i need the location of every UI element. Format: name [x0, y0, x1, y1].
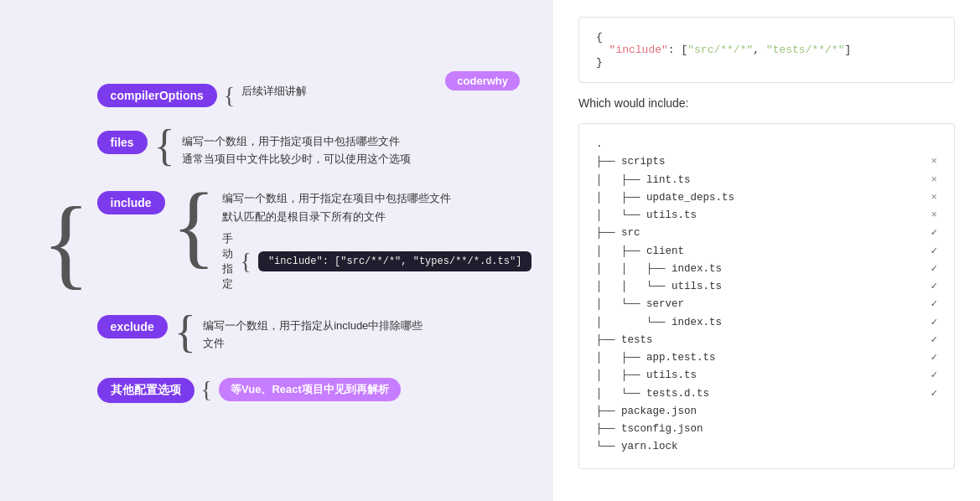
exclude-pill: exclude — [97, 315, 168, 338]
tree-line-text: └── yarn.lock — [596, 438, 678, 456]
tree-line: . — [596, 136, 937, 153]
tree-line: │ └── index.ts✓ — [596, 314, 937, 332]
which-text: Which would include: — [578, 96, 955, 110]
exclude-row: exclude { 编写一个数组，用于指定从include中排除哪些 文件 — [97, 315, 532, 354]
tree-line-text: │ └── utils.ts — [596, 207, 697, 225]
include-manual-brace: { — [240, 250, 251, 273]
left-panel: coderwhy { compilerOptions { 后续详细讲解 file… — [0, 0, 553, 501]
other-brace: { — [201, 378, 212, 401]
tree-line-mark: ✓ — [931, 385, 937, 403]
include-key: "include" — [609, 44, 668, 56]
tree-line: ├── scripts× — [596, 153, 937, 171]
tree-line-text: ├── tsconfig.json — [596, 421, 703, 438]
tree-line-mark: ✓ — [931, 278, 937, 296]
tree-line-text: ├── src — [596, 225, 640, 242]
tree-line-text: │ └── index.ts — [596, 314, 722, 332]
other-row: 其他配置选项 { 等Vue、React项目中见到再解析 — [97, 378, 532, 403]
tree-line: │ ├── app.test.ts✓ — [596, 349, 937, 367]
tree-line: │ │ ├── index.ts✓ — [596, 261, 937, 278]
tree-line: ├── package.json — [596, 403, 937, 421]
exclude-desc1: 编写一个数组，用于指定从include中排除哪些 — [203, 318, 423, 333]
files-desc2: 通常当项目中文件比较少时，可以使用这个选项 — [182, 152, 411, 167]
tree-line: │ └── utils.ts× — [596, 207, 937, 225]
tree-line-text: │ ├── update_deps.ts — [596, 189, 734, 207]
tree-line-text: ├── tests — [596, 332, 653, 349]
include-row: include { 编写一个数组，用于指定在项目中包括哪些文件 默认匹配的是根目… — [97, 191, 532, 292]
coderwhy-badge: coderwhy — [445, 71, 520, 90]
exclude-content: 编写一个数组，用于指定从include中排除哪些 文件 — [203, 315, 423, 351]
exclude-brace: { — [174, 308, 196, 354]
tree-line: │ │ └── utils.ts✓ — [596, 278, 937, 296]
tree-line-mark: ✓ — [931, 332, 937, 349]
files-row: files { 编写一个数组，用于指定项目中包括哪些文件 通常当项目中文件比较少… — [97, 131, 532, 168]
compiler-brace: { — [224, 84, 235, 107]
include-content: 编写一个数组，用于指定在项目中包括哪些文件 默认匹配的是根目录下所有的文件 手动… — [222, 191, 531, 292]
tree-line: ├── src✓ — [596, 225, 937, 242]
tree-line: │ └── tests.d.ts✓ — [596, 385, 937, 403]
tree-line-text: │ ├── utils.ts — [596, 367, 697, 385]
tree-line-text: │ └── server — [596, 296, 684, 313]
include-manual-label: 手动指定 — [222, 231, 233, 292]
tree-line-text: . — [596, 136, 603, 153]
tree-line-mark: ✓ — [931, 296, 937, 313]
tree-line-mark: × — [931, 153, 937, 171]
files-desc1: 编写一个数组，用于指定项目中包括哪些文件 — [182, 134, 411, 149]
right-panel: { "include": ["src/**/*", "tests/**/*"] … — [553, 0, 980, 501]
include-code: "include": ["src/**/*", "types/**/*.d.ts… — [258, 251, 531, 271]
tree-line-text: ├── scripts — [596, 153, 666, 171]
files-pill: files — [97, 131, 148, 154]
tree-line-text: │ │ ├── index.ts — [596, 261, 722, 278]
tree-line: │ ├── update_deps.ts× — [596, 189, 937, 207]
tree-line-mark: ✓ — [931, 225, 937, 242]
tree-line: │ ├── lint.ts× — [596, 172, 937, 189]
tree-line-mark: ✓ — [931, 349, 937, 367]
tests-val: "tests/**/*" — [766, 44, 845, 56]
tree-line-mark: × — [931, 207, 937, 225]
file-tree: .├── scripts×│ ├── lint.ts×│ ├── update_… — [578, 123, 955, 469]
tree-line: └── yarn.lock — [596, 438, 937, 456]
tree-line-text: │ ├── lint.ts — [596, 172, 691, 189]
include-desc2: 默认匹配的是根目录下所有的文件 — [222, 209, 531, 225]
tree-line-text: │ └── tests.d.ts — [596, 385, 709, 403]
other-pill: 其他配置选项 — [97, 378, 194, 403]
main-brace: { — [42, 193, 91, 293]
tree-line-mark: ✓ — [931, 243, 937, 261]
src-val: "src/**/*" — [687, 44, 753, 56]
files-brace: { — [154, 124, 175, 168]
tree-line-text: │ ├── client — [596, 243, 684, 261]
other-desc: 等Vue、React项目中见到再解析 — [219, 378, 401, 401]
include-pill: include — [97, 191, 165, 214]
files-content: 编写一个数组，用于指定项目中包括哪些文件 通常当项目中文件比较少时，可以使用这个… — [182, 131, 411, 167]
open-brace: { — [596, 31, 603, 44]
tree-line-mark: × — [931, 189, 937, 207]
tree-line: ├── tsconfig.json — [596, 421, 937, 438]
tree-line: │ └── server✓ — [596, 296, 937, 313]
tree-line: │ ├── utils.ts✓ — [596, 367, 937, 385]
compiler-options-pill: compilerOptions — [97, 84, 217, 107]
items-column: compilerOptions { 后续详细讲解 files { 编写一个数组，… — [97, 84, 532, 403]
tree-line: │ ├── client✓ — [596, 243, 937, 261]
tree-line: ├── tests✓ — [596, 332, 937, 349]
tree-line-mark: ✓ — [931, 367, 937, 385]
tree-line-mark: ✓ — [931, 261, 937, 278]
close-brace: } — [596, 56, 603, 69]
tree-line-text: │ │ └── utils.ts — [596, 278, 722, 296]
tree-line-text: │ ├── app.test.ts — [596, 349, 716, 367]
top-code-block: { "include": ["src/**/*", "tests/**/*"] … — [578, 17, 955, 83]
exclude-desc2: 文件 — [203, 336, 423, 351]
tree-line-text: ├── package.json — [596, 403, 697, 421]
tree-line-mark: × — [931, 172, 937, 189]
include-manual-row: 手动指定 { "include": ["src/**/*", "types/**… — [222, 231, 531, 292]
tree-line-mark: ✓ — [931, 314, 937, 332]
compiler-options-desc: 后续详细讲解 — [241, 84, 307, 99]
include-desc1: 编写一个数组，用于指定在项目中包括哪些文件 — [222, 191, 531, 206]
include-brace: { — [172, 179, 216, 271]
